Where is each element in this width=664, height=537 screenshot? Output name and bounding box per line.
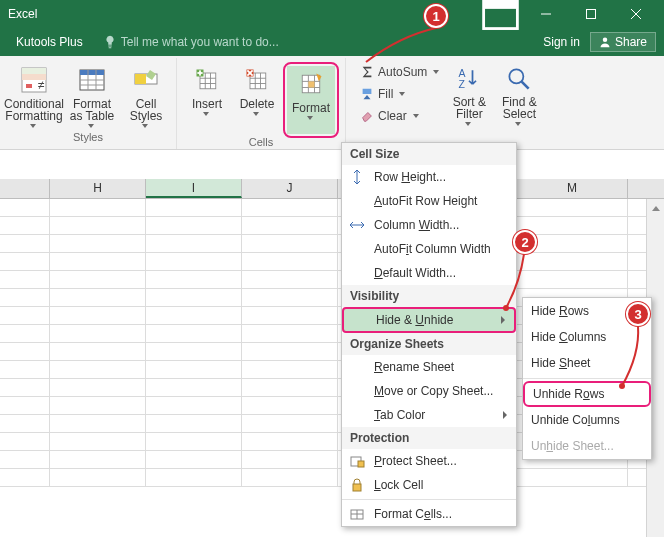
submenu-arrow-icon [498, 316, 508, 324]
svg-point-45 [510, 69, 524, 83]
menu-default-width[interactable]: Default Width... [342, 261, 516, 285]
submenu-unhide-columns[interactable]: Unhide Columns [523, 407, 651, 433]
submenu-arrow-icon [500, 411, 510, 419]
ribbon-group-styles: ≠ Conditional Formatting Format as Table… [0, 58, 177, 149]
app-title: Excel [8, 7, 37, 21]
row-height-icon [348, 169, 366, 185]
column-header-I[interactable]: I [146, 179, 242, 198]
tab-bar: Kutools Plus Tell me what you want to do… [0, 28, 664, 56]
insert-cells-icon [191, 64, 223, 96]
menu-tab-color[interactable]: Tab Color [342, 403, 516, 427]
svg-rect-13 [80, 70, 104, 75]
svg-rect-19 [135, 74, 146, 84]
submenu-hide-sheet[interactable]: Hide Sheet [523, 350, 651, 376]
svg-rect-48 [358, 461, 364, 467]
tell-me-placeholder: Tell me what you want to do... [121, 35, 279, 49]
format-menu: Cell Size Row Height... AutoFit Row Heig… [341, 142, 517, 527]
autosum-button[interactable]: AutoSum [356, 62, 443, 82]
sort-filter-button[interactable]: AZ Sort & Filter [445, 62, 493, 130]
submenu-hide-columns[interactable]: Hide Columns [523, 324, 651, 350]
close-button[interactable] [613, 0, 658, 28]
ribbon-group-cells: Insert Delete Format Cells [177, 58, 346, 149]
svg-point-6 [603, 38, 608, 43]
group-label-styles: Styles [6, 131, 170, 145]
group-label-cells: Cells [183, 136, 339, 150]
svg-rect-10 [26, 84, 32, 88]
menu-hide-unhide[interactable]: Hide & Unhide [342, 307, 516, 333]
cell-styles-button[interactable]: Cell Styles [122, 62, 170, 130]
menu-header-protection: Protection [342, 427, 516, 449]
callout-1: 1 [424, 4, 448, 28]
sigma-icon [360, 65, 374, 79]
callout-3: 3 [626, 302, 650, 326]
menu-header-organize-sheets: Organize Sheets [342, 333, 516, 355]
menu-lock-cell[interactable]: Lock Cell [342, 473, 516, 497]
menu-format-cells[interactable]: Format Cells... [342, 502, 516, 526]
minimize-button[interactable] [523, 0, 568, 28]
menu-move-copy-sheet[interactable]: Move or Copy Sheet... [342, 379, 516, 403]
delete-button[interactable]: Delete [233, 62, 281, 130]
share-label: Share [615, 35, 647, 49]
clear-button[interactable]: Clear [356, 106, 443, 126]
eraser-icon [360, 109, 374, 123]
svg-rect-27 [197, 72, 202, 74]
format-button-highlight: Format [283, 62, 339, 138]
ribbon-group-editing: AutoSum Fill Clear AZ Sort & Filter [346, 58, 549, 149]
lightbulb-icon [103, 35, 117, 49]
protect-sheet-icon [348, 453, 366, 469]
menu-row-height[interactable]: Row Height... [342, 165, 516, 189]
svg-rect-8 [22, 68, 46, 74]
menu-autofit-row-height[interactable]: AutoFit Row Height [342, 189, 516, 213]
svg-text:Z: Z [459, 78, 466, 90]
conditional-formatting-button[interactable]: ≠ Conditional Formatting [6, 62, 62, 130]
lock-icon [348, 477, 366, 493]
menu-header-cell-size: Cell Size [342, 143, 516, 165]
format-button[interactable]: Format [287, 66, 335, 134]
ribbon: ≠ Conditional Formatting Format as Table… [0, 56, 664, 150]
tell-me-search[interactable]: Tell me what you want to do... [103, 35, 279, 49]
scroll-up-icon[interactable] [647, 199, 664, 217]
tab-kutools-plus[interactable]: Kutools Plus [8, 28, 91, 56]
menu-autofit-column-width[interactable]: AutoFit Column Width [342, 237, 516, 261]
menu-protect-sheet[interactable]: Protect Sheet... [342, 449, 516, 473]
column-width-icon [348, 217, 366, 233]
cell-styles-icon [130, 64, 162, 96]
column-header-J[interactable]: J [242, 179, 338, 198]
column-header-H[interactable]: H [50, 179, 146, 198]
find-icon [503, 64, 535, 94]
format-cells-menu-icon [348, 506, 366, 522]
svg-rect-1 [484, 0, 518, 8]
fill-button[interactable]: Fill [356, 84, 443, 104]
format-as-table-button[interactable]: Format as Table [64, 62, 120, 130]
svg-rect-42 [363, 89, 372, 94]
svg-rect-3 [586, 10, 595, 19]
conditional-formatting-icon: ≠ [18, 64, 50, 96]
insert-button[interactable]: Insert [183, 62, 231, 130]
signin-link[interactable]: Sign in [543, 35, 580, 49]
menu-header-visibility: Visibility [342, 285, 516, 307]
titlebar: Excel [0, 0, 664, 28]
submenu-unhide-sheet: Unhide Sheet... [523, 433, 651, 459]
svg-rect-41 [308, 81, 314, 87]
menu-column-width[interactable]: Column Width... [342, 213, 516, 237]
menu-rename-sheet[interactable]: Rename Sheet [342, 355, 516, 379]
svg-rect-49 [353, 484, 361, 491]
submenu-unhide-rows[interactable]: Unhide Rows [523, 381, 651, 407]
delete-cells-icon [241, 64, 273, 96]
maximize-button[interactable] [568, 0, 613, 28]
column-header-partial[interactable] [0, 179, 50, 198]
callout-2: 2 [513, 230, 537, 254]
format-as-table-icon [76, 64, 108, 96]
person-icon [599, 36, 611, 48]
format-cells-icon [295, 68, 327, 100]
svg-text:≠: ≠ [38, 78, 45, 92]
ribbon-display-options-icon[interactable] [478, 0, 523, 37]
column-headers: H I J M [0, 179, 664, 199]
share-button[interactable]: Share [590, 32, 656, 52]
sort-filter-icon: AZ [453, 64, 485, 94]
find-select-button[interactable]: Find & Select [495, 62, 543, 130]
svg-line-46 [522, 82, 529, 89]
fill-down-icon [360, 87, 374, 101]
